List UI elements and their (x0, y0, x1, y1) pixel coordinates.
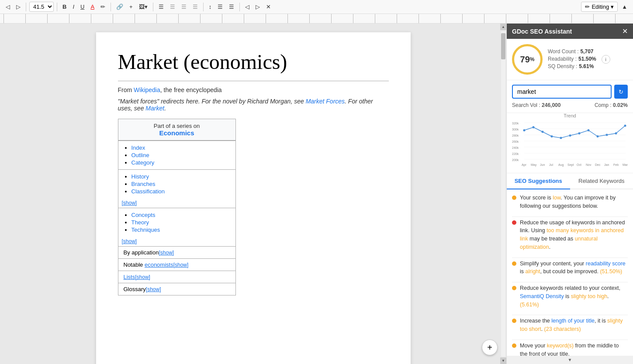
svg-text:Jun: Jun (540, 163, 545, 166)
score-percent: % (530, 56, 535, 62)
glossary-show-link[interactable]: [show] (146, 286, 161, 292)
underline-button[interactable]: U (78, 2, 86, 11)
scroll-up-button[interactable]: ▲ (500, 24, 506, 30)
bold-button[interactable]: B (60, 2, 69, 11)
economists-link[interactable]: economists (145, 261, 173, 268)
vol-row: Search Vol : 246,000 Comp : 0.02% (512, 102, 628, 108)
toolbar: ◁ ▷ 41.5 B I U A ✏ 🔗 + 🖼▾ ☰ ☰ ☰ ☰ ↕ ☰ ☰ … (0, 0, 633, 14)
link-button[interactable]: 🔗 (114, 2, 125, 11)
market-link[interactable]: Market (145, 105, 164, 112)
divider-5 (203, 3, 204, 11)
suggestion-dot-5 (512, 319, 516, 323)
list-bullet-button[interactable]: ☰ (215, 2, 225, 11)
redo-button[interactable]: ▷ (14, 2, 23, 11)
main-area: Market (economics) From Wikipedia, the f… (0, 24, 633, 364)
seo-close-button[interactable]: ✕ (622, 27, 628, 35)
economics-link[interactable]: Economics (159, 129, 194, 137)
infobox-lists: Lists[show] (118, 271, 235, 283)
svg-point-19 (569, 134, 571, 137)
theory-link[interactable]: Theory (131, 219, 149, 226)
add-content-button[interactable]: + (482, 340, 498, 355)
align-justify-button[interactable]: ☰ (190, 2, 200, 11)
show-link-1[interactable]: [show] (118, 198, 235, 208)
history-link[interactable]: History (131, 173, 149, 180)
sq-density-value: 5.61% (579, 63, 594, 69)
info-button[interactable]: i (602, 55, 610, 64)
svg-point-14 (523, 129, 526, 131)
editing-text: Editing (591, 3, 609, 10)
suggestion-item-2: Reduce the usage of keywords in anchored… (512, 219, 628, 251)
outline-link[interactable]: Outline (131, 152, 149, 158)
svg-point-21 (588, 129, 590, 131)
align-left-button[interactable]: ☰ (156, 2, 166, 11)
branches-link[interactable]: Branches (131, 181, 156, 187)
score-area: 79% Word Count : 5,707 Readability : 51.… (507, 39, 633, 80)
tab-related-keywords[interactable]: Related Keywords (570, 173, 633, 189)
chevron-down-icon: ▾ (611, 3, 614, 10)
doc-scrollbar: ▲ ▼ (500, 24, 506, 364)
clear-format-button[interactable]: ✕ (264, 2, 273, 11)
document-page: Market (economics) From Wikipedia, the f… (96, 32, 411, 364)
svg-point-15 (533, 126, 535, 128)
document-area[interactable]: Market (economics) From Wikipedia, the f… (0, 24, 506, 364)
redirect-text: "Market forces" redirects here. For the … (118, 98, 389, 112)
tab-seo-suggestions[interactable]: SEO Suggestions (507, 173, 570, 189)
svg-text:280k: 280k (512, 134, 519, 137)
indent-decrease-button[interactable]: ◁ (243, 2, 252, 11)
svg-text:Feb: Feb (613, 163, 619, 166)
ruler (0, 14, 633, 24)
lists-link[interactable]: Lists (124, 274, 135, 280)
lists-show-link[interactable]: [show] (135, 274, 150, 280)
search-row: ↻ (512, 85, 628, 99)
low-text: low (553, 195, 560, 201)
keyword-search-input[interactable] (512, 85, 612, 99)
market-forces-link[interactable]: Market Forces (306, 98, 345, 105)
suggestion-dot-2 (512, 220, 516, 225)
readability-label: Readability : (548, 56, 577, 62)
svg-point-25 (624, 125, 626, 127)
line-spacing-button[interactable]: ↕ (207, 2, 214, 11)
notable-show-link[interactable]: [show] (173, 262, 189, 268)
comp-value: 0.02% (613, 102, 628, 108)
indent-increase-button[interactable]: ▷ (253, 2, 262, 11)
list-numbered-button[interactable]: ☰ (227, 2, 236, 11)
svg-text:May: May (531, 163, 537, 167)
svg-point-23 (606, 134, 608, 136)
collapse-toolbar-button[interactable]: ▲ (619, 2, 630, 11)
svg-text:Sept: Sept (567, 163, 574, 167)
text-color-button[interactable]: A (88, 2, 97, 11)
search-vol-value: 246,000 (542, 102, 560, 108)
infobox-header: Part of a series on Economics (118, 119, 235, 141)
undo-button[interactable]: ◁ (3, 2, 12, 11)
category-link[interactable]: Category (131, 159, 155, 166)
editing-mode-button[interactable]: ✏ SEO Suggestions Editing ▾ (581, 2, 618, 12)
align-right-button[interactable]: ☰ (179, 2, 189, 11)
svg-point-16 (542, 131, 544, 133)
title-length-text: length of your title (551, 318, 595, 324)
insert-button[interactable]: + (127, 2, 135, 11)
scroll-down-button[interactable]: ▼ (500, 357, 506, 364)
index-link[interactable]: Index (131, 144, 145, 151)
image-button[interactable]: 🖼▾ (137, 2, 150, 11)
svg-text:Nov: Nov (586, 163, 591, 166)
title-divider (118, 81, 389, 81)
highlight-button[interactable]: ✏ (98, 2, 107, 11)
readability-text: readability score (586, 261, 626, 267)
panel-scroll-down-button[interactable]: ▼ (507, 356, 633, 364)
svg-text:Oct: Oct (577, 163, 581, 166)
wikipedia-link[interactable]: Wikipedia (134, 86, 160, 93)
infobox-by-application: By application[show] (118, 246, 235, 258)
unnatural-text: unnatural optimization (520, 236, 598, 250)
readability-row: Readability : 51.50% (548, 56, 596, 62)
scroll-track[interactable] (501, 31, 505, 357)
by-app-show-link[interactable]: [show] (159, 250, 174, 256)
italic-button[interactable]: I (70, 2, 76, 11)
techniques-link[interactable]: Techniques (131, 227, 160, 233)
show-link-2[interactable]: [show] (118, 237, 235, 246)
classification-link[interactable]: Classification (131, 188, 165, 195)
svg-text:220k: 220k (512, 152, 519, 155)
font-size-select[interactable]: 41.5 (29, 2, 54, 12)
concepts-link[interactable]: Concepts (131, 212, 156, 218)
search-refresh-button[interactable]: ↻ (614, 85, 628, 99)
align-center-button[interactable]: ☰ (168, 2, 177, 11)
